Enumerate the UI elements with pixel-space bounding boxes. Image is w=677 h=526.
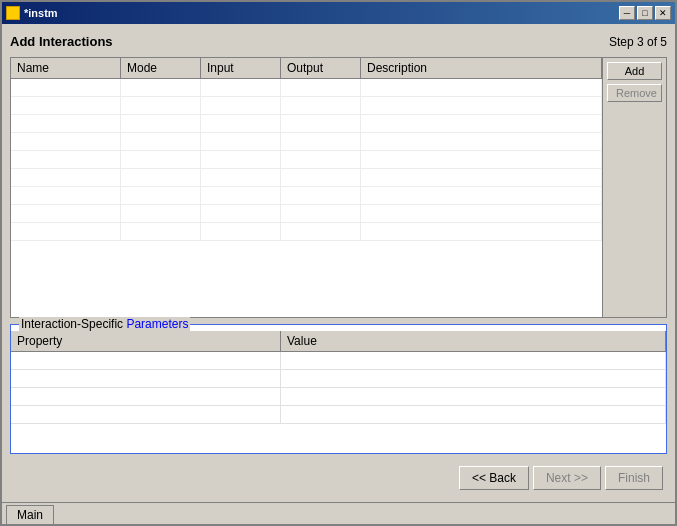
title-bar: *instm ─ □ ✕ bbox=[2, 2, 675, 24]
isp-label-blue: Parameters bbox=[123, 317, 188, 331]
col-headers: Name Mode Input Output Description bbox=[11, 58, 602, 79]
isp-row bbox=[11, 406, 666, 424]
col-mode: Mode bbox=[121, 58, 201, 78]
isp-col-headers: Property Value bbox=[11, 331, 666, 352]
main-content: Add Interactions Step 3 of 5 Name Mode bbox=[2, 24, 675, 502]
table-row bbox=[11, 97, 602, 115]
isp-rows bbox=[11, 352, 666, 453]
close-button[interactable]: ✕ bbox=[655, 6, 671, 20]
interactions-table-container: Name Mode Input Output Description bbox=[10, 57, 667, 318]
cell-input bbox=[201, 79, 281, 96]
cell-name bbox=[11, 79, 121, 96]
remove-button[interactable]: Remove bbox=[607, 84, 662, 102]
cell-output bbox=[281, 79, 361, 96]
section-container: Name Mode Input Output Description bbox=[10, 57, 667, 454]
tab-bar: Main bbox=[2, 502, 675, 524]
next-button[interactable]: Next >> bbox=[533, 466, 601, 490]
isp-section: Interaction-Specific Parameters Property… bbox=[10, 324, 667, 454]
main-window: *instm ─ □ ✕ Add Interactions Step 3 of … bbox=[0, 0, 677, 526]
isp-label: Interaction-Specific Parameters bbox=[19, 317, 190, 331]
finish-button[interactable]: Finish bbox=[605, 466, 663, 490]
header-row: Add Interactions Step 3 of 5 bbox=[10, 32, 667, 51]
table-row bbox=[11, 169, 602, 187]
title-bar-left: *instm bbox=[6, 6, 58, 20]
isp-col-value: Value bbox=[281, 331, 666, 351]
title-bar-controls: ─ □ ✕ bbox=[619, 6, 671, 20]
table-row bbox=[11, 205, 602, 223]
table-row bbox=[11, 151, 602, 169]
maximize-button[interactable]: □ bbox=[637, 6, 653, 20]
table-row bbox=[11, 187, 602, 205]
isp-label-black: Interaction-Specific bbox=[21, 317, 123, 331]
isp-row bbox=[11, 370, 666, 388]
interactions-rows bbox=[11, 79, 602, 317]
tab-main[interactable]: Main bbox=[6, 505, 54, 524]
isp-col-property: Property bbox=[11, 331, 281, 351]
table-row bbox=[11, 133, 602, 151]
col-output: Output bbox=[281, 58, 361, 78]
app-icon bbox=[6, 6, 20, 20]
bottom-buttons: << Back Next >> Finish bbox=[10, 460, 667, 494]
table-row bbox=[11, 115, 602, 133]
interactions-table-left: Name Mode Input Output Description bbox=[11, 58, 602, 317]
table-row bbox=[11, 79, 602, 97]
back-button[interactable]: << Back bbox=[459, 466, 529, 490]
window-title: *instm bbox=[24, 7, 58, 19]
isp-row bbox=[11, 388, 666, 406]
col-name: Name bbox=[11, 58, 121, 78]
page-title: Add Interactions bbox=[10, 34, 113, 49]
minimize-button[interactable]: ─ bbox=[619, 6, 635, 20]
cell-mode bbox=[121, 79, 201, 96]
cell-desc bbox=[361, 79, 602, 96]
add-button[interactable]: Add bbox=[607, 62, 662, 80]
table-row bbox=[11, 223, 602, 241]
step-indicator: Step 3 of 5 bbox=[609, 35, 667, 49]
col-description: Description bbox=[361, 58, 602, 78]
isp-row bbox=[11, 352, 666, 370]
col-input: Input bbox=[201, 58, 281, 78]
right-btn-panel: Add Remove bbox=[602, 58, 666, 317]
